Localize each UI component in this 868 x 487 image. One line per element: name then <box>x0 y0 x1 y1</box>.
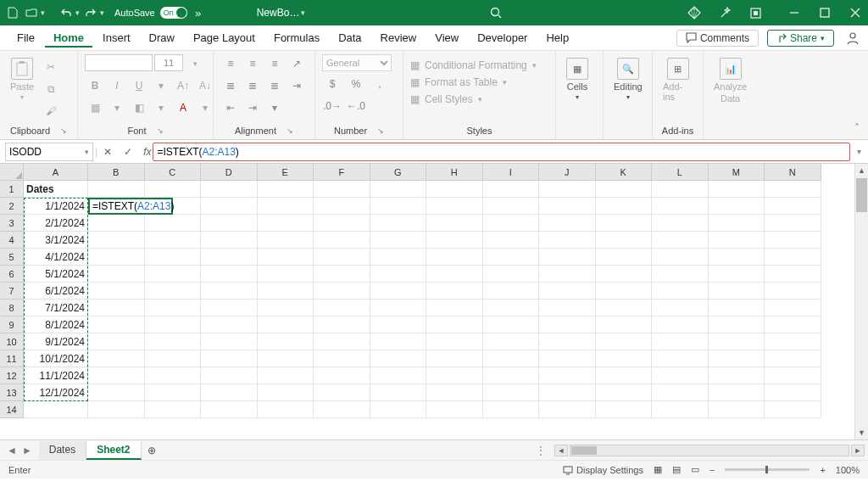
zoom-in-icon[interactable]: + <box>820 465 825 475</box>
row-header[interactable]: 8 <box>0 299 24 316</box>
display-settings-button[interactable]: Display Settings <box>563 465 643 475</box>
column-header[interactable]: E <box>258 164 314 181</box>
cell[interactable] <box>765 367 821 384</box>
cell[interactable] <box>314 232 370 249</box>
cell[interactable] <box>596 283 653 299</box>
cell[interactable] <box>258 401 314 418</box>
undo-icon[interactable] <box>58 5 74 20</box>
cell[interactable] <box>483 181 540 198</box>
enter-formula-icon[interactable]: ✓ <box>118 142 138 162</box>
menu-help[interactable]: Help <box>537 28 577 48</box>
launcher-icon[interactable]: ↘ <box>60 126 67 135</box>
document-name[interactable]: NewBo… ▾ <box>257 7 306 19</box>
collapse-ribbon-icon[interactable]: ˄ <box>854 122 860 134</box>
cell[interactable] <box>765 198 821 215</box>
expand-formula-bar-icon[interactable]: ▾ <box>857 147 861 156</box>
cell[interactable] <box>370 316 427 333</box>
cell[interactable] <box>258 367 314 384</box>
cell[interactable] <box>314 283 370 299</box>
cell[interactable] <box>709 367 765 384</box>
cell[interactable] <box>370 401 427 418</box>
cell[interactable] <box>765 181 821 198</box>
row-header[interactable]: 14 <box>0 401 24 418</box>
cell[interactable] <box>709 350 765 367</box>
cell[interactable] <box>370 333 427 350</box>
row-header[interactable]: 11 <box>0 350 24 367</box>
cell[interactable] <box>370 266 427 283</box>
cell[interactable] <box>652 215 709 232</box>
cell[interactable] <box>258 316 314 333</box>
row-header[interactable]: 9 <box>0 316 24 333</box>
scroll-down-icon[interactable]: ▼ <box>855 426 868 439</box>
row-header[interactable]: 13 <box>0 384 24 401</box>
cell[interactable] <box>765 249 821 266</box>
cell[interactable] <box>709 266 765 283</box>
cell[interactable] <box>539 198 596 215</box>
cell[interactable] <box>370 181 427 198</box>
spreadsheet-grid[interactable]: ABCDEFGHIJKLMN 1234567891011121314 =ISTE… <box>0 164 868 439</box>
cell[interactable] <box>88 266 145 283</box>
cell[interactable] <box>201 249 258 266</box>
cell[interactable] <box>483 333 540 350</box>
cell[interactable] <box>314 299 370 316</box>
cell[interactable] <box>709 249 765 266</box>
redo-icon[interactable] <box>83 5 98 20</box>
cell[interactable] <box>88 249 145 266</box>
cell[interactable] <box>145 181 202 198</box>
cell[interactable] <box>370 299 427 316</box>
zoom-level[interactable]: 100% <box>836 465 860 475</box>
new-file-icon[interactable] <box>5 5 20 20</box>
cell[interactable] <box>426 266 483 283</box>
column-header[interactable]: I <box>483 164 540 181</box>
cell[interactable] <box>483 384 540 401</box>
launcher-icon[interactable]: ↘ <box>157 126 164 135</box>
user-icon[interactable] <box>846 31 860 45</box>
cell[interactable] <box>709 384 765 401</box>
cell[interactable] <box>483 198 540 215</box>
zoom-out-icon[interactable]: − <box>709 465 715 475</box>
editing-button[interactable]: 🔍Editing▾ <box>610 54 646 101</box>
cell[interactable] <box>765 384 821 401</box>
cell[interactable] <box>314 198 370 215</box>
cell[interactable] <box>201 198 258 215</box>
cell[interactable] <box>88 384 145 401</box>
cell[interactable] <box>201 283 258 299</box>
cell[interactable] <box>258 181 314 198</box>
add-sheet-icon[interactable]: ⊕ <box>142 445 162 456</box>
cell[interactable] <box>426 249 483 266</box>
cell[interactable] <box>145 283 202 299</box>
cell[interactable] <box>483 367 540 384</box>
cell[interactable] <box>652 299 709 316</box>
cell[interactable] <box>201 316 258 333</box>
column-header[interactable]: K <box>596 164 653 181</box>
cell[interactable] <box>539 283 596 299</box>
cancel-formula-icon[interactable]: ✕ <box>97 142 118 162</box>
cell[interactable] <box>258 333 314 350</box>
cell[interactable] <box>145 333 202 350</box>
launcher-icon[interactable]: ↘ <box>287 126 293 135</box>
wand-icon[interactable] <box>717 5 732 20</box>
row-header[interactable]: 10 <box>0 333 24 350</box>
cell[interactable] <box>652 333 709 350</box>
chevron-down-icon[interactable]: ▾ <box>41 8 45 17</box>
cell[interactable] <box>258 266 314 283</box>
cell[interactable] <box>88 198 145 215</box>
cell[interactable] <box>426 181 483 198</box>
cell[interactable] <box>483 232 540 249</box>
cell[interactable] <box>765 401 821 418</box>
cell[interactable] <box>201 401 258 418</box>
cell[interactable] <box>426 350 483 367</box>
cell[interactable] <box>314 316 370 333</box>
cell[interactable] <box>596 266 653 283</box>
cell[interactable] <box>539 316 596 333</box>
cell[interactable]: 12/1/2024 <box>24 384 88 401</box>
cell[interactable] <box>483 266 540 283</box>
cell[interactable] <box>258 249 314 266</box>
cell[interactable] <box>539 367 596 384</box>
cell[interactable]: 8/1/2024 <box>24 316 88 333</box>
page-break-view-icon[interactable]: ▭ <box>691 464 699 475</box>
cell[interactable] <box>596 181 653 198</box>
cell[interactable] <box>483 215 540 232</box>
formula-input[interactable]: =ISTEXT(A2:A13) <box>153 143 850 161</box>
cell[interactable] <box>483 249 540 266</box>
